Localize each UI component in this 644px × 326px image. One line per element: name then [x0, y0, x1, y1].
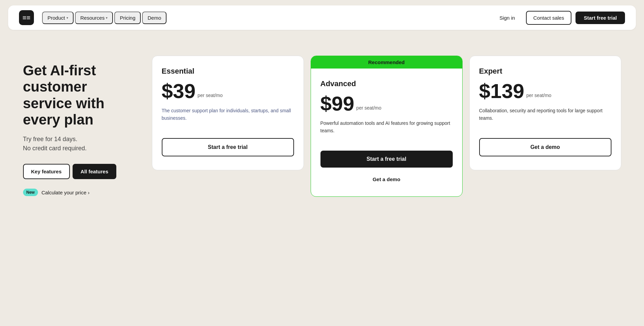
nav-left: ≡≡ Product ▾ Resources ▾ Pricing Demo [19, 10, 167, 25]
nav-links: Product ▾ Resources ▾ Pricing Demo [42, 12, 167, 24]
new-badge: New [23, 189, 38, 196]
all-features-button[interactable]: All features [73, 164, 117, 179]
main-content: Get AI-first customer service with every… [7, 35, 638, 210]
essential-description: The customer support plan for individual… [162, 107, 294, 130]
chevron-down-icon: ▾ [106, 16, 108, 20]
expert-price-amount: $139 [479, 81, 524, 101]
nav-pricing[interactable]: Pricing [114, 12, 141, 24]
advanced-price-row: $99 per seat/mo [320, 94, 453, 114]
essential-card-body: Essential $39 per seat/mo The customer s… [152, 56, 304, 170]
expert-plan-name: Expert [479, 67, 611, 76]
hero-subtext: Try free for 14 days.No credit card requ… [23, 135, 138, 153]
calculate-price-text: Calculate your price › [41, 190, 90, 195]
advanced-get-demo-button[interactable]: Get a demo [320, 172, 453, 187]
nav-right: Sign in Contact sales Start free trial [493, 11, 625, 25]
essential-plan-name: Essential [162, 67, 294, 76]
advanced-description: Powerful automation tools and AI feature… [320, 119, 453, 142]
advanced-price-unit: per seat/mo [356, 105, 382, 111]
advanced-start-trial-button[interactable]: Start a free trial [320, 151, 453, 168]
nav-resources[interactable]: Resources ▾ [75, 12, 113, 24]
signin-button[interactable]: Sign in [493, 12, 522, 24]
essential-price-row: $39 per seat/mo [162, 81, 294, 101]
expert-plan-card: Expert $139 per seat/mo Collaboration, s… [469, 56, 621, 170]
advanced-price-amount: $99 [320, 94, 354, 114]
essential-start-trial-button[interactable]: Start a free trial [162, 138, 294, 156]
essential-price-amount: $39 [162, 81, 196, 101]
expert-card-body: Expert $139 per seat/mo Collaboration, s… [470, 56, 621, 170]
hero-section: Get AI-first customer service with every… [23, 56, 138, 196]
advanced-plan-name: Advanced [320, 79, 453, 88]
pricing-cards: Essential $39 per seat/mo The customer s… [152, 56, 621, 197]
expert-description: Collaboration, security and reporting to… [479, 107, 611, 130]
expert-price-row: $139 per seat/mo [479, 81, 611, 101]
chevron-down-icon: ▾ [66, 16, 68, 20]
key-features-button[interactable]: Key features [23, 164, 70, 179]
essential-price-unit: per seat/mo [198, 93, 223, 98]
essential-plan-card: Essential $39 per seat/mo The customer s… [152, 56, 304, 170]
advanced-plan-card: Recommended Advanced $99 per seat/mo Pow… [311, 56, 463, 197]
nav-product[interactable]: Product ▾ [42, 12, 74, 24]
nav-start-trial-button[interactable]: Start free trial [575, 12, 625, 24]
logo[interactable]: ≡≡ [19, 10, 34, 25]
calculate-price-link[interactable]: New Calculate your price › [23, 189, 138, 196]
contact-sales-button[interactable]: Contact sales [526, 11, 572, 25]
expert-get-demo-button[interactable]: Get a demo [479, 138, 611, 156]
logo-icon: ≡≡ [22, 14, 30, 22]
expert-price-unit: per seat/mo [526, 93, 551, 98]
hero-heading: Get AI-first customer service with every… [23, 62, 138, 128]
navbar: ≡≡ Product ▾ Resources ▾ Pricing Demo Si… [8, 5, 636, 30]
feature-toggle-buttons: Key features All features [23, 164, 138, 179]
recommended-badge: Recommended [311, 56, 462, 69]
advanced-card-body: Advanced $99 per seat/mo Powerful automa… [311, 69, 462, 196]
nav-demo[interactable]: Demo [142, 12, 167, 24]
